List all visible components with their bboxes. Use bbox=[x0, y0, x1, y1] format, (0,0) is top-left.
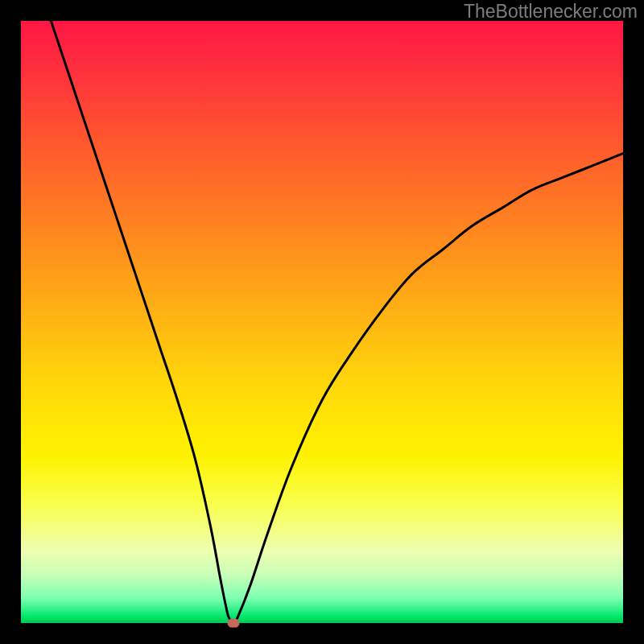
minimum-marker bbox=[228, 619, 240, 628]
plot-area bbox=[21, 21, 623, 623]
bottleneck-curve bbox=[51, 21, 623, 623]
attribution-label: TheBottlenecker.com bbox=[464, 0, 638, 23]
chart-frame: TheBottlenecker.com bbox=[0, 0, 644, 644]
curve-svg bbox=[21, 21, 623, 623]
